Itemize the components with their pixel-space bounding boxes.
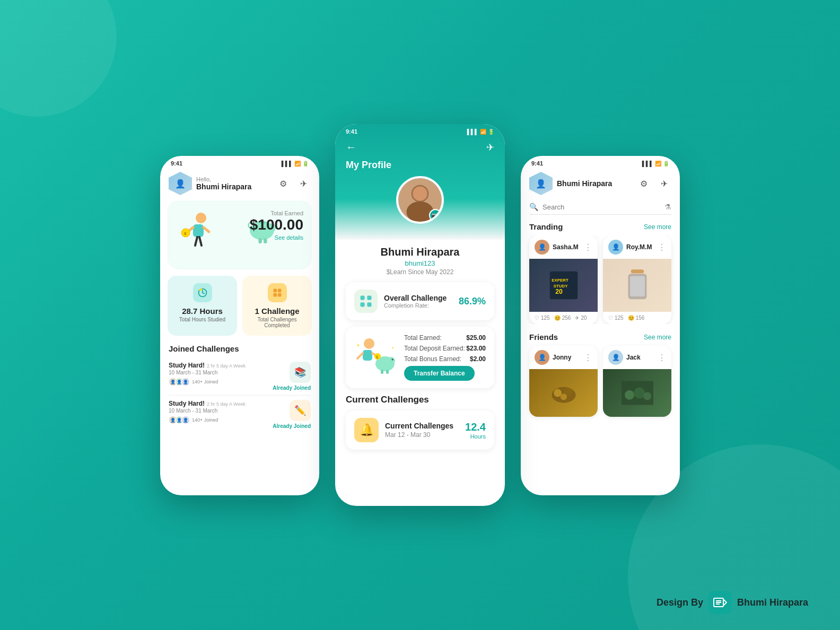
profile-avatar: 📷 <box>396 176 444 224</box>
earnings-label: Total Earned <box>250 210 303 216</box>
center-share-btn[interactable]: ✈ <box>486 142 494 153</box>
challenge-item-1: Study Hard! 2 hr 5 day A Week 10 March -… <box>160 357 319 395</box>
joined-count-1: 140+ Joined <box>192 378 218 386</box>
svg-text:✦: ✦ <box>356 343 360 348</box>
person-illustration: $ <box>172 208 220 261</box>
challenge-name-2: Study Hard! <box>169 400 205 407</box>
trending-more-2[interactable]: ⋮ <box>658 242 666 252</box>
settings-icon[interactable]: ⚙ <box>276 176 291 191</box>
current-challenges-section: Current Challenges 🔔 Current Challenges … <box>346 395 494 450</box>
total-bonus-label: Total Bonus Earned: <box>404 355 461 363</box>
time-right: 9:41 <box>531 160 543 167</box>
svg-point-58 <box>634 388 645 399</box>
hours-label: Total Hours Studied <box>179 317 225 322</box>
earnings-amount: $100.00 <box>250 216 303 233</box>
watermark-prefix: Design By <box>657 597 703 608</box>
trending-stats-1: ♡ 125 😊 256 ✈ 20 <box>529 312 598 324</box>
challenge-tag-1: 2 hr 5 day A Week <box>207 363 246 369</box>
see-details-link[interactable]: See details <box>250 234 303 241</box>
search-icon: 🔍 <box>529 203 538 211</box>
share-icon[interactable]: ✈ <box>296 176 311 191</box>
trending-comments-1: 😊 256 <box>554 315 571 321</box>
current-ch-hours-label: Hours <box>465 433 486 440</box>
username-left: Bhumi Hirapara <box>196 182 251 191</box>
challenge-name-1: Study Hard! <box>169 362 205 369</box>
completion-rate: 86.9% <box>459 296 486 307</box>
current-ch-date: Mar 12 - Mar 30 <box>385 431 459 439</box>
total-earned-val: $25.00 <box>466 334 486 342</box>
total-deposit-label: Total Deposit Earned: <box>404 345 465 352</box>
piggy-illustration-center: $ ✦ ✦ <box>354 336 397 379</box>
friend-card-1-header: 👤 Jonny ⋮ <box>529 346 598 369</box>
challenge-dates-2: 10 March - 31 March <box>169 408 246 414</box>
svg-point-57 <box>625 390 634 400</box>
current-ch-hours-val: 12.4 <box>465 421 486 433</box>
header-icons: ⚙ ✈ <box>276 176 311 191</box>
status-bar-left: 9:41 ▌▌▌ 📶 🔋 <box>160 156 319 169</box>
right-header-icons: ⚙ ✈ <box>636 176 671 191</box>
stat-card-challenges: 1 Challenge Total Challenges Completed <box>242 276 312 336</box>
transfer-btn[interactable]: Transfer Balance <box>404 366 475 381</box>
left-header: 👤 Hello, Bhumi Hirapara ⚙ ✈ <box>160 169 319 200</box>
svg-rect-31 <box>367 302 371 307</box>
challenge-thumb-1: 📚 <box>290 362 311 383</box>
trending-card-2: 👤 Roy.M.M ⋮ ♡ 125 <box>603 235 671 324</box>
trending-row: 👤 Sasha.M ⋮ EXPERT STUDY 20 <box>521 235 680 324</box>
trending-see-more[interactable]: See more <box>644 223 671 231</box>
watermark: Design By Bhumi Hirapara <box>657 591 808 614</box>
phone-left: 9:41 ▌▌▌ 📶 🔋 👤 Hello, Bhumi Hirapara ⚙ ✈ <box>160 156 319 495</box>
joined-challenges-title: Joined Challenges <box>160 342 319 357</box>
earnings-card: $ Total Earned $100.00 See details <box>168 200 312 269</box>
completion-sub: Completion Rate: <box>384 302 447 309</box>
challenge-thumb-2: ✏️ <box>290 400 311 421</box>
svg-line-17 <box>203 293 204 294</box>
trending-photo-1: EXPERT STUDY 20 <box>529 259 598 312</box>
right-username: Bhumi Hirapara <box>557 179 612 188</box>
svg-rect-33 <box>363 350 372 361</box>
mini-avatar-6: 👤 <box>181 416 190 424</box>
joined-challenges-section: Joined Challenges Study Hard! 2 hr 5 day… <box>160 342 319 433</box>
share-icon-right[interactable]: ✈ <box>657 176 671 191</box>
trending-card-2-header: 👤 Roy.M.M ⋮ <box>603 235 671 259</box>
friend-more-2[interactable]: ⋮ <box>658 353 666 363</box>
svg-point-55 <box>561 394 567 400</box>
back-btn[interactable]: ← <box>346 141 356 153</box>
friend-more-1[interactable]: ⋮ <box>584 353 592 363</box>
trending-name-2: Roy.M.M <box>626 243 652 251</box>
avatar: 👤 <box>169 172 192 195</box>
earnings-rows: Total Earned: $25.00 Total Deposit Earne… <box>404 334 486 381</box>
friend-user-1: 👤 Jonny <box>535 350 571 365</box>
svg-rect-38 <box>381 370 383 374</box>
user-info: 👤 Hello, Bhumi Hirapara <box>169 172 251 195</box>
trending-card-1: 👤 Sasha.M ⋮ EXPERT STUDY 20 <box>529 235 598 324</box>
earnings-row-deposit: Total Deposit Earned: $23.00 <box>404 345 486 352</box>
friend-avatar-2: 👤 <box>608 350 623 365</box>
friends-title: Friends <box>529 332 558 342</box>
filter-icon[interactable]: ⚗ <box>664 203 671 211</box>
trending-more-1[interactable]: ⋮ <box>584 242 592 252</box>
friend-name-2: Jack <box>626 354 641 361</box>
friend-card-2-header: 👤 Jack ⋮ <box>603 346 671 369</box>
challenge-icon-stat <box>268 283 287 302</box>
mini-avatar-3: 👤 <box>181 378 190 386</box>
svg-point-40 <box>392 359 393 361</box>
time-center: 9:41 <box>346 128 357 135</box>
profile-avatar-wrap: 📷 <box>335 176 505 224</box>
settings-icon-right[interactable]: ⚙ <box>636 176 651 191</box>
friend-user-2: 👤 Jack <box>608 350 641 365</box>
likes-count-2: 125 <box>615 315 624 321</box>
friends-see-more[interactable]: See more <box>644 334 671 341</box>
search-input[interactable] <box>542 203 660 211</box>
completion-title: Overall Challenge <box>384 294 447 302</box>
right-header: 👤 Bhumi Hirapara ⚙ ✈ <box>521 169 680 200</box>
svg-line-4 <box>195 237 197 246</box>
greeting: Hello, <box>196 176 251 182</box>
edit-avatar-btn[interactable]: 📷 <box>429 209 442 222</box>
trending-photo-2 <box>603 259 671 312</box>
comments-count-2: 156 <box>636 315 645 321</box>
current-challenge-card: 🔔 Current Challenges Mar 12 - Mar 30 12.… <box>346 410 494 450</box>
status-icons-center: ▌▌▌ 📶 🔋 <box>467 129 494 135</box>
current-challenges-title: Current Challenges <box>346 395 494 405</box>
svg-rect-29 <box>367 296 371 300</box>
trending-likes-1: ♡ 125 <box>535 315 550 321</box>
